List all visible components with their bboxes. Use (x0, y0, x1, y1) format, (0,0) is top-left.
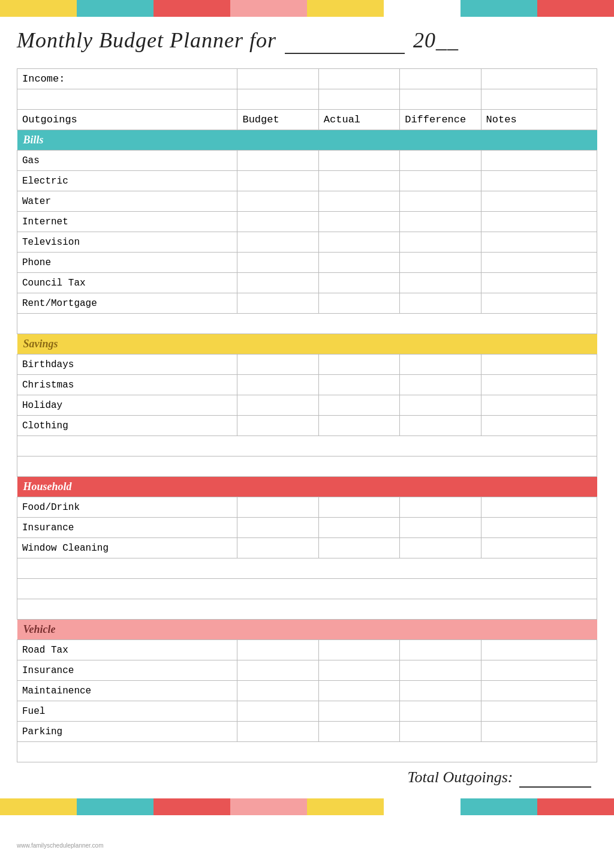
row-christmas: Christmas (17, 375, 597, 395)
row-electric: Electric (17, 171, 597, 191)
row-food-drink-label: Food/Drink (17, 497, 237, 518)
total-outgoings-label: Total Outgoings: (407, 768, 513, 786)
top-bar-seg-5 (307, 0, 384, 17)
total-outgoings-value (519, 768, 591, 788)
bottom-bar-seg-4 (230, 798, 307, 815)
savings-empty-row-2 (17, 456, 597, 477)
section-vehicle-label: Vehicle (17, 620, 597, 640)
bottom-color-bar (0, 798, 614, 815)
top-bar-seg-2 (77, 0, 154, 17)
row-television-label: Television (17, 232, 237, 253)
row-food-drink: Food/Drink (17, 497, 597, 518)
top-bar-seg-1 (0, 0, 77, 17)
top-color-bar (0, 0, 614, 17)
row-holiday-label: Holiday (17, 395, 237, 416)
row-gas-label: Gas (17, 151, 237, 171)
section-bills-label: Bills (17, 130, 597, 151)
row-road-tax-label: Road Tax (17, 640, 237, 660)
top-bar-seg-3 (154, 0, 230, 17)
row-holiday: Holiday (17, 395, 597, 416)
top-bar-seg-6 (384, 0, 460, 17)
row-gas: Gas (17, 151, 597, 171)
income-diff-cell (400, 69, 481, 89)
footer-website: www.familyscheduleplanner.com (17, 842, 104, 849)
income-actual-cell (318, 69, 399, 89)
row-internet: Internet (17, 212, 597, 232)
row-internet-label: Internet (17, 212, 237, 232)
row-phone: Phone (17, 253, 597, 273)
budget-table: Income: Outgoings Budget Actual Differen… (17, 68, 597, 762)
row-council-tax: Council Tax (17, 273, 597, 293)
total-outgoings-line: Total Outgoings: (17, 768, 597, 788)
row-clothing-label: Clothing (17, 416, 237, 436)
row-rent-mortgage-label: Rent/Mortgage (17, 293, 237, 314)
title-underline (285, 28, 405, 54)
top-bar-seg-8 (537, 0, 614, 17)
row-electric-label: Electric (17, 171, 237, 191)
household-empty-row-2 (17, 579, 597, 599)
row-fuel-label: Fuel (17, 701, 237, 722)
row-christmas-label: Christmas (17, 375, 237, 395)
bottom-bar-seg-7 (460, 798, 537, 815)
bottom-bar-seg-3 (154, 798, 230, 815)
row-fuel: Fuel (17, 701, 597, 722)
row-household-insurance: Insurance (17, 518, 597, 538)
row-household-insurance-label: Insurance (17, 518, 237, 538)
row-television: Television (17, 232, 597, 253)
section-savings-label: Savings (17, 334, 597, 355)
row-birthdays: Birthdays (17, 355, 597, 375)
section-household-label: Household (17, 477, 597, 497)
top-bar-seg-7 (460, 0, 537, 17)
row-birthdays-label: Birthdays (17, 355, 237, 375)
col-header-budget: Budget (237, 110, 318, 130)
section-vehicle-header: Vehicle (17, 620, 597, 640)
col-header-outgoings: Outgoings (17, 110, 237, 130)
row-parking: Parking (17, 722, 597, 742)
income-row: Income: (17, 69, 597, 89)
vehicle-empty-row (17, 742, 597, 762)
col-header-notes: Notes (481, 110, 597, 130)
bottom-bar-seg-8 (537, 798, 614, 815)
column-header-row: Outgoings Budget Actual Difference Notes (17, 110, 597, 130)
income-empty-row (17, 89, 597, 110)
top-bar-seg-4 (230, 0, 307, 17)
row-maintainence-label: Maintainence (17, 681, 237, 701)
row-window-cleaning-label: Window Cleaning (17, 538, 237, 558)
income-notes-cell (481, 69, 597, 89)
bottom-bar-seg-6 (384, 798, 460, 815)
income-budget-cell (237, 69, 318, 89)
row-water: Water (17, 191, 597, 212)
row-water-label: Water (17, 191, 237, 212)
bottom-bar-seg-1 (0, 798, 77, 815)
row-window-cleaning: Window Cleaning (17, 538, 597, 558)
household-empty-row-1 (17, 558, 597, 579)
bills-empty-row (17, 314, 597, 334)
section-household-header: Household (17, 477, 597, 497)
household-empty-row-3 (17, 599, 597, 620)
col-header-actual: Actual (318, 110, 399, 130)
bottom-bar-seg-5 (307, 798, 384, 815)
col-header-difference: Difference (400, 110, 481, 130)
row-rent-mortgage: Rent/Mortgage (17, 293, 597, 314)
section-bills-header: Bills (17, 130, 597, 151)
row-parking-label: Parking (17, 722, 237, 742)
row-maintainence: Maintainence (17, 681, 597, 701)
row-phone-label: Phone (17, 253, 237, 273)
row-vehicle-insurance: Insurance (17, 660, 597, 681)
section-savings-header: Savings (17, 334, 597, 355)
row-council-tax-label: Council Tax (17, 273, 237, 293)
page-title: Monthly Budget Planner for 20__ (17, 28, 597, 58)
income-label: Income: (17, 69, 237, 89)
row-road-tax: Road Tax (17, 640, 597, 660)
row-vehicle-insurance-label: Insurance (17, 660, 237, 681)
row-clothing: Clothing (17, 416, 597, 436)
bottom-bar-seg-2 (77, 798, 154, 815)
savings-empty-row-1 (17, 436, 597, 456)
